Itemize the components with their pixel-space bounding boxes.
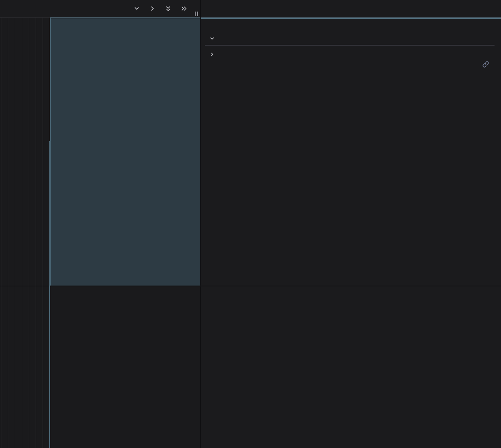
service-operation-header xyxy=(0,0,200,18)
span-attributes-table xyxy=(205,45,495,46)
chevron-right-icon xyxy=(210,52,215,57)
chevron-right-icon[interactable] xyxy=(149,6,155,12)
trace-viewer xyxy=(0,0,501,448)
link-icon[interactable] xyxy=(482,61,489,68)
selected-span-guide xyxy=(49,141,50,448)
selected-span-panel xyxy=(50,18,200,286)
span-detail-left xyxy=(0,18,200,286)
header-bar xyxy=(0,0,501,18)
chevron-down-icon xyxy=(210,36,215,41)
tree-controls xyxy=(134,6,187,12)
double-chevron-down-icon[interactable] xyxy=(165,6,171,12)
trace-body xyxy=(0,18,501,448)
span-detail-header xyxy=(205,22,495,26)
bottom-filler xyxy=(0,286,501,286)
span-detail-row xyxy=(0,18,501,286)
span-id-row xyxy=(205,61,495,68)
span-detail-panel xyxy=(201,18,501,286)
chevron-down-icon[interactable] xyxy=(134,6,140,12)
double-chevron-right-icon[interactable] xyxy=(181,6,187,12)
span-attributes-header[interactable] xyxy=(205,36,495,41)
timeline-header xyxy=(201,0,501,18)
resource-attributes-row[interactable] xyxy=(205,52,495,57)
column-resizer-handle[interactable] xyxy=(195,12,198,16)
